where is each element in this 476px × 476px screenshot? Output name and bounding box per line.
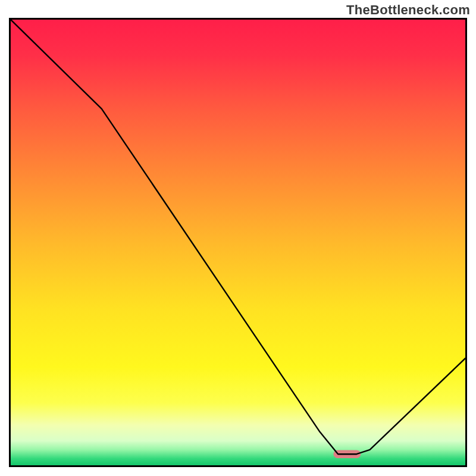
- plot-svg: [11, 20, 465, 465]
- watermark-text: TheBottleneck.com: [346, 2, 470, 18]
- plot-frame: [9, 18, 467, 467]
- chart-container: TheBottleneck.com: [0, 0, 476, 476]
